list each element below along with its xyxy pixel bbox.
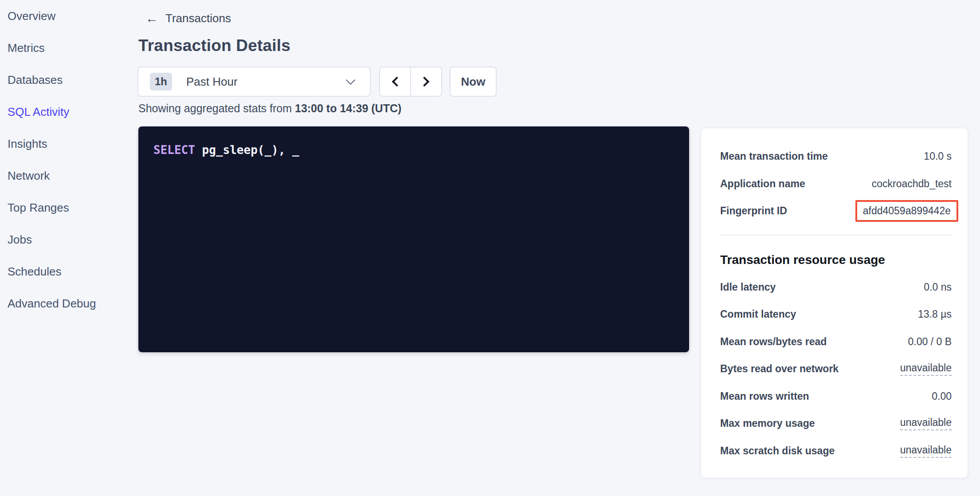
- time-range-dropdown[interactable]: 1h Past Hour: [137, 67, 371, 97]
- resource-rows: Idle latency 0.0 ns Commit latency 13.8 …: [720, 274, 952, 465]
- next-range-button[interactable]: [411, 67, 441, 96]
- resource-label: Max memory usage: [720, 417, 815, 429]
- sidebar: Overview Metrics Databases SQL Activity …: [0, 0, 129, 319]
- sidebar-item-advanced-debug[interactable]: Advanced Debug: [0, 287, 129, 319]
- resource-row-bytes-read-over-network: Bytes read over network unavailable: [720, 355, 952, 383]
- page-title: Transaction Details: [138, 36, 290, 55]
- resource-usage-heading: Transaction resource usage: [720, 252, 952, 268]
- detail-label: Application name: [720, 178, 805, 190]
- now-button[interactable]: Now: [450, 67, 497, 97]
- sidebar-item-jobs[interactable]: Jobs: [0, 224, 129, 256]
- resource-row-commit-latency: Commit latency 13.8 µs: [720, 301, 952, 328]
- resource-label: Max scratch disk usage: [720, 445, 835, 457]
- sidebar-item-overview[interactable]: Overview: [0, 0, 129, 32]
- sidebar-item-schedules[interactable]: Schedules: [0, 256, 129, 287]
- back-arrow-icon[interactable]: ←: [145, 12, 158, 25]
- previous-range-button[interactable]: [380, 67, 411, 96]
- resource-label: Bytes read over network: [720, 363, 839, 375]
- resource-label: Idle latency: [720, 281, 776, 293]
- time-range-nav: [379, 67, 442, 97]
- resource-value-unavailable: unavailable: [900, 444, 952, 458]
- resource-value: 0.00: [932, 390, 952, 402]
- resource-value-unavailable: unavailable: [900, 362, 952, 376]
- resource-value: 0.0 ns: [924, 281, 952, 293]
- resource-row-max-scratch-disk-usage: Max scratch disk usage unavailable: [720, 437, 952, 465]
- sql-statement-text: pg_sleep(_), _: [195, 143, 299, 157]
- time-range-selected-label: Past Hour: [186, 75, 347, 89]
- resource-row-max-memory-usage: Max memory usage unavailable: [720, 410, 952, 437]
- detail-value: 10.0 s: [924, 150, 952, 162]
- sidebar-item-insights[interactable]: Insights: [0, 128, 129, 160]
- sql-statement-box: SELECT pg_sleep(_), _: [138, 126, 689, 352]
- chevron-left-icon: [392, 77, 402, 87]
- sidebar-item-databases[interactable]: Databases: [0, 64, 129, 96]
- transaction-details-card: Mean transaction time 10.0 s Application…: [701, 128, 968, 478]
- detail-value: cockroachdb_test: [872, 178, 952, 190]
- sql-statement-line: SELECT pg_sleep(_), _: [153, 143, 674, 157]
- sidebar-item-top-ranges[interactable]: Top Ranges: [0, 192, 129, 224]
- divider: [720, 235, 952, 236]
- sidebar-item-metrics[interactable]: Metrics: [0, 32, 129, 64]
- detail-row-fingerprint-id: Fingerprint ID afdd4059a899442e: [720, 197, 952, 225]
- resource-value: 13.8 µs: [918, 308, 952, 320]
- time-range-badge: 1h: [150, 73, 172, 91]
- sql-keyword: SELECT: [153, 143, 195, 157]
- resource-value-unavailable: unavailable: [900, 417, 952, 430]
- sidebar-item-sql-activity[interactable]: SQL Activity: [0, 96, 129, 128]
- resource-label: Mean rows written: [720, 390, 809, 402]
- resource-row-mean-rows-written: Mean rows written 0.00: [720, 383, 952, 410]
- app: { "colors": { "accent": "#4b40ef", "high…: [0, 0, 980, 496]
- resource-label: Mean rows/bytes read: [720, 336, 827, 348]
- highlight-annotation: afdd4059a899442e: [855, 200, 958, 222]
- breadcrumb: ← Transactions: [145, 10, 231, 27]
- caption-range: 13:00 to 14:39 (UTC): [295, 102, 401, 114]
- sidebar-item-network[interactable]: Network: [0, 160, 129, 192]
- chevron-right-icon: [419, 77, 430, 87]
- detail-row-mean-transaction-time: Mean transaction time 10.0 s: [720, 143, 952, 170]
- resource-value: 0.00 / 0 B: [908, 336, 952, 348]
- detail-label: Mean transaction time: [720, 150, 828, 162]
- resource-row-mean-rows-bytes-read: Mean rows/bytes read 0.00 / 0 B: [720, 328, 952, 356]
- resource-row-idle-latency: Idle latency 0.0 ns: [720, 274, 952, 301]
- breadcrumb-transactions-link[interactable]: Transactions: [165, 12, 231, 25]
- detail-label: Fingerprint ID: [720, 205, 787, 217]
- caption-prefix: Showing aggregated stats from: [138, 102, 295, 114]
- chevron-down-icon: [346, 75, 355, 84]
- resource-label: Commit latency: [720, 308, 796, 320]
- aggregated-stats-caption: Showing aggregated stats from 13:00 to 1…: [138, 102, 401, 115]
- detail-row-application-name: Application name cockroachdb_test: [720, 170, 952, 198]
